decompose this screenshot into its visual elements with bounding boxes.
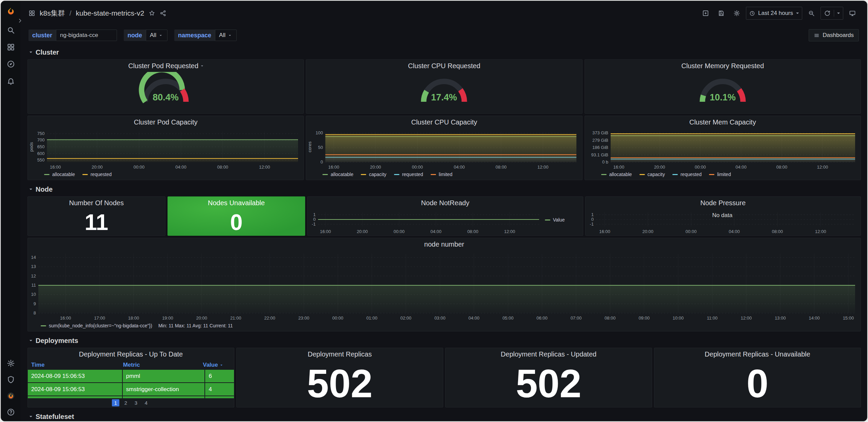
panel-title[interactable]: Cluster Memory Requested — [585, 60, 861, 72]
panel-deployment-replicas-uptodate: Deployment Replicas - Up To Date Time Me… — [27, 348, 234, 407]
panel-cluster-cpu-capacity: Cluster CPU Capacity 05010016:0020:0000:… — [306, 116, 582, 180]
page-button[interactable]: 3 — [132, 399, 140, 406]
legend-dash — [431, 174, 436, 175]
panel-menu-caret-icon[interactable] — [201, 65, 203, 66]
legend-item[interactable]: allocatable — [601, 172, 632, 177]
star-icon[interactable] — [149, 10, 155, 17]
legend-item[interactable]: limited — [431, 172, 452, 177]
legend-item[interactable]: capacity — [639, 172, 665, 177]
legend-item[interactable]: limited — [709, 172, 731, 177]
dashboard-settings-button[interactable] — [730, 7, 743, 20]
save-dashboard-button[interactable] — [715, 7, 728, 20]
time-series-chart[interactable]: 05010016:0020:0000:0004:0008:0012:00core… — [307, 128, 580, 171]
collapse-caret-icon — [29, 52, 32, 53]
variable-namespace-label[interactable]: namespace — [174, 30, 215, 41]
legend-item[interactable]: capacity — [361, 172, 386, 177]
page-button[interactable]: 4 — [142, 399, 150, 406]
row-header-deployments[interactable]: Deployments — [27, 333, 861, 348]
search-icon[interactable] — [7, 26, 15, 34]
explore-compass-icon[interactable] — [7, 60, 15, 68]
time-series-chart[interactable]: 55060065070075016:0020:0000:0004:0008:00… — [28, 128, 301, 171]
variable-node-label[interactable]: node — [124, 30, 146, 41]
dashboards-button[interactable]: Dashboards — [809, 29, 859, 41]
tv-mode-button[interactable] — [846, 7, 859, 20]
time-series-chart[interactable]: 89101112131416:0017:0018:0019:0020:0021:… — [28, 250, 859, 322]
svg-text:09:00: 09:00 — [638, 315, 650, 321]
gauge-chart: 10.1% — [585, 72, 861, 113]
page-button[interactable]: 2 — [122, 399, 130, 406]
row-title: Cluster — [36, 49, 59, 56]
page-button[interactable]: 1 — [112, 399, 119, 406]
dashboards-icon[interactable] — [7, 43, 15, 51]
sidebar-expand-button[interactable] — [17, 18, 23, 23]
legend-item[interactable]: requested — [394, 172, 423, 177]
breadcrumb-folder[interactable]: k8s集群 — [40, 8, 65, 18]
panel-title[interactable]: Cluster Pod Capacity — [28, 116, 303, 128]
panel-title[interactable]: Deployment Replicas — [237, 348, 443, 360]
variable-cluster-input[interactable]: ng-bigdata-cce — [56, 30, 117, 41]
time-series-chart[interactable]: 10-116:0020:0000:0004:0008:0012:00 — [308, 209, 542, 235]
dashboard-grid-icon[interactable] — [28, 10, 35, 17]
panel-title[interactable]: Cluster Mem Capacity — [585, 116, 861, 128]
row-header-statefuleset[interactable]: Statefuleset — [27, 409, 861, 421]
legend-item[interactable]: requested — [82, 172, 112, 177]
panel-nodes-unavailable: Nodes Unavailable 0 — [167, 196, 305, 236]
variable-node-select[interactable]: All — [146, 30, 167, 41]
legend-item[interactable]: allocatable — [44, 172, 75, 177]
svg-text:00:00: 00:00 — [686, 229, 697, 234]
svg-text:04:00: 04:00 — [175, 165, 186, 170]
panel-title[interactable]: Deployment Replicas - Updated — [446, 348, 652, 360]
stat-value: 0 — [168, 209, 305, 235]
svg-text:0: 0 — [321, 159, 323, 165]
variable-namespace-select[interactable]: All — [215, 30, 237, 41]
panel-node-notready: Node NotReady 10-116:0020:0000:0004:0008… — [307, 196, 583, 236]
svg-text:12:00: 12:00 — [259, 165, 270, 170]
legend-item[interactable]: Value — [545, 217, 565, 223]
svg-text:50: 50 — [318, 145, 323, 150]
stat-value: 11 — [28, 209, 165, 235]
row-header-node[interactable]: Node — [27, 182, 861, 196]
legend-item[interactable]: allocatable — [322, 172, 353, 177]
svg-text:11:00: 11:00 — [707, 315, 718, 321]
breadcrumb-dashboard-title[interactable]: kube-state-metrics-v2 — [76, 9, 144, 17]
panel-title[interactable]: Node NotReady — [308, 197, 583, 209]
refresh-interval-caret-icon[interactable] — [837, 13, 840, 14]
help-icon[interactable] — [7, 408, 15, 416]
grafana-logo-icon[interactable] — [5, 5, 17, 17]
column-header-metric[interactable]: Metric — [123, 362, 202, 368]
panel-title[interactable]: Deployment Replicas - Up To Date — [28, 348, 234, 360]
column-header-value[interactable]: Value — [203, 362, 231, 368]
legend-item[interactable]: sum(kube_node_info{cluster=~"ng-bigdata-… — [41, 323, 233, 328]
time-range-picker[interactable]: Last 24 hours — [746, 7, 802, 20]
svg-text:00:00: 00:00 — [332, 315, 343, 321]
zoom-out-button[interactable] — [805, 7, 818, 20]
row-header-cluster[interactable]: Cluster — [27, 45, 861, 59]
alerting-bell-icon[interactable] — [7, 77, 15, 85]
panel-title[interactable]: node number — [28, 238, 861, 250]
server-admin-shield-icon[interactable] — [7, 376, 15, 384]
navbar: k8s集群 / kube-state-metrics-v2 — [20, 1, 867, 25]
panel-title[interactable]: Number Of Nodes — [28, 197, 165, 209]
panel-title[interactable]: Cluster CPU Requested — [306, 60, 582, 72]
legend-item[interactable]: requested — [672, 172, 702, 177]
table-row: 2024-08-09 15:06:53 pmml 6 — [28, 370, 234, 382]
svg-text:12:00: 12:00 — [815, 229, 826, 234]
sort-caret-icon — [220, 365, 222, 366]
panel-title[interactable]: Cluster CPU Capacity — [306, 116, 582, 128]
panel-title[interactable]: Deployment Replicas - Unavailable — [654, 348, 861, 360]
panel-title[interactable]: Node Pressure — [586, 197, 861, 209]
svg-text:16:00: 16:00 — [320, 229, 331, 234]
refresh-button[interactable] — [821, 7, 843, 20]
variable-cluster-label[interactable]: cluster — [28, 30, 56, 41]
panel-title[interactable]: Nodes Unavailable — [168, 197, 305, 209]
user-avatar-icon[interactable] — [7, 392, 15, 400]
configuration-gear-icon[interactable] — [7, 359, 15, 367]
time-series-chart[interactable]: 0 b93.1 GiB186 GiB279 GiB373 GiB16:0020:… — [586, 128, 859, 171]
share-icon[interactable] — [160, 10, 166, 17]
time-series-chart[interactable]: No data 10-116:0020:0000:0004:0008:0012:… — [586, 209, 859, 235]
add-panel-button[interactable] — [699, 7, 712, 20]
collapse-caret-icon — [29, 340, 32, 341]
column-header-time[interactable]: Time — [31, 362, 122, 368]
panel-title[interactable]: Cluster Pod Requested — [28, 60, 303, 72]
svg-text:17.4%: 17.4% — [431, 92, 457, 102]
